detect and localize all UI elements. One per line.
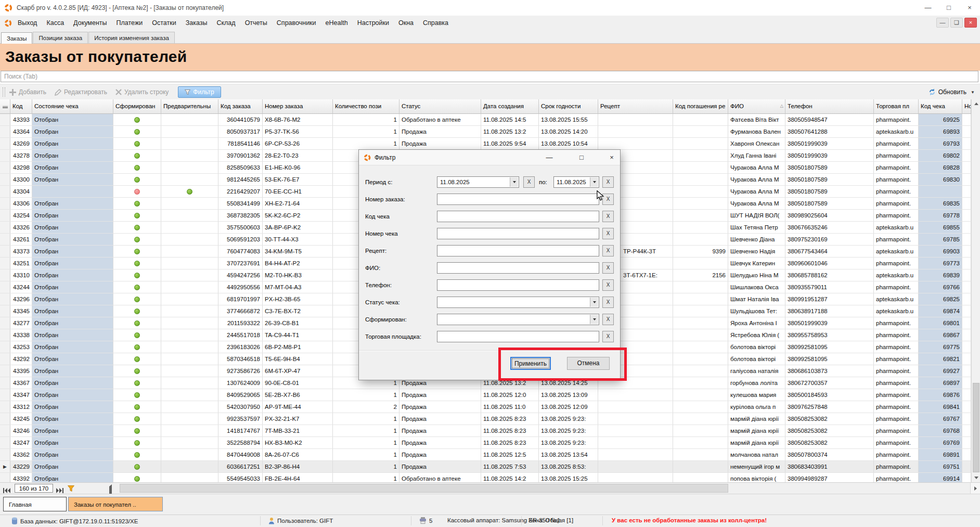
filter-field-input-5[interactable]: [437, 262, 599, 274]
window-maximize-button[interactable]: □: [938, 0, 959, 16]
menu-item-7[interactable]: Склад: [212, 16, 240, 30]
column-header-2[interactable]: Состояние чека: [32, 99, 113, 114]
filter-dialog: Фильтр — □ × Период с: 11.08.2025 X по: …: [358, 149, 621, 380]
bottom-tab-orders[interactable]: Заказы от покупател ..: [68, 497, 163, 511]
table-row[interactable]: 43393Отобран3604410579X8-6B-76-M21Обрабо…: [0, 114, 971, 126]
column-header-8[interactable]: Статус: [399, 99, 481, 114]
delete-row-button[interactable]: Удалить строку: [115, 88, 169, 96]
column-header-11[interactable]: Рецепт: [598, 99, 673, 114]
refresh-button[interactable]: Обновить: [929, 88, 966, 96]
toolbar-drag-handle[interactable]: [3, 87, 5, 97]
row-selector-header[interactable]: [0, 99, 10, 114]
filter-field-clear-button-9[interactable]: X: [602, 331, 614, 342]
filter-field-input-3[interactable]: [437, 228, 599, 239]
tab-1[interactable]: Заказы: [1, 32, 32, 44]
table-row[interactable]: 43245Отобран9923537597PX-32-21-K71Продаж…: [0, 413, 971, 425]
period-to-clear-button[interactable]: X: [602, 176, 614, 188]
menu-item-5[interactable]: Остатки: [147, 16, 180, 30]
menu-item-6[interactable]: Заказы: [181, 16, 212, 30]
menu-item-1[interactable]: Выход: [13, 16, 42, 30]
filter-field-select-8[interactable]: [437, 314, 599, 325]
menu-item-2[interactable]: Касса: [42, 16, 69, 30]
filter-field-clear-button-4[interactable]: X: [602, 245, 614, 256]
mdi-restore-button[interactable]: ❏: [950, 18, 963, 28]
dropdown-arrow-icon[interactable]: [590, 315, 598, 324]
period-from-field[interactable]: 11.08.2025: [437, 176, 519, 188]
tab-2[interactable]: Позиции заказа: [33, 32, 88, 43]
table-row[interactable]: 43392Отобран5549545033FB-2E-4H-641Обрабо…: [0, 473, 971, 482]
filter-button[interactable]: Фильтр: [178, 86, 221, 98]
scroll-right-arrow[interactable]: [970, 483, 980, 494]
menu-item-4[interactable]: Платежи: [112, 16, 148, 30]
period-to-field[interactable]: 11.08.2025: [553, 176, 599, 188]
filter-field-clear-button-6[interactable]: X: [602, 279, 614, 291]
menu-item-11[interactable]: Настройки: [353, 16, 394, 30]
filter-field-input-1[interactable]: [437, 194, 599, 205]
refresh-dropdown-caret[interactable]: ▼: [971, 90, 975, 95]
filter-field-select-7[interactable]: [437, 297, 599, 308]
menu-item-8[interactable]: Отчеты: [240, 16, 272, 30]
menu-item-9[interactable]: Справочники: [272, 16, 321, 30]
column-header-14[interactable]: Телефон: [785, 99, 874, 114]
period-to-dropdown-icon[interactable]: [590, 177, 598, 187]
column-header-10[interactable]: Срок годности: [539, 99, 598, 114]
period-from-dropdown-icon[interactable]: [510, 177, 518, 187]
column-header-1[interactable]: Код: [10, 99, 32, 114]
column-header-3[interactable]: Сформирован: [113, 99, 161, 114]
table-row[interactable]: 43246Отобран14181747677T-MB-33-211Продаж…: [0, 425, 971, 437]
menu-item-12[interactable]: Окна: [394, 16, 418, 30]
filter-field-clear-button-5[interactable]: X: [602, 262, 614, 274]
edit-button[interactable]: Редактировать: [55, 88, 107, 96]
grid-filter-icon[interactable]: [68, 485, 74, 494]
table-row[interactable]: 43362Отобран84704490088A-26-07-C61Продаж…: [0, 449, 971, 461]
table-row[interactable]: 43247Отобран3522588794HX-B3-M0-K21Продаж…: [0, 437, 971, 449]
menu-item-13[interactable]: Справка: [418, 16, 453, 30]
menu-item-3[interactable]: Документы: [69, 16, 111, 30]
column-header-5[interactable]: Код заказа: [218, 99, 263, 114]
dialog-minimize-button[interactable]: —: [541, 150, 558, 165]
column-header-12[interactable]: Код погашения ре: [673, 99, 728, 114]
user-status: Пользователь: GIFT: [268, 517, 333, 524]
filter-field-clear-button-3[interactable]: X: [602, 228, 614, 239]
period-from-clear-button[interactable]: X: [523, 176, 535, 188]
vertical-scrollbar[interactable]: [971, 99, 980, 482]
filter-field-clear-button-7[interactable]: X: [602, 297, 614, 308]
filter-field-clear-button-2[interactable]: X: [602, 211, 614, 222]
table-row[interactable]: 43364Отобран8050937317P5-37-TK-561Продаж…: [0, 126, 971, 138]
column-header-13[interactable]: ФИО△: [728, 99, 785, 114]
window-minimize-button[interactable]: —: [918, 0, 938, 16]
mdi-close-button[interactable]: ×: [964, 18, 977, 28]
filter-field-clear-button-8[interactable]: X: [602, 314, 614, 325]
filter-field-input-9[interactable]: [437, 331, 599, 342]
column-header-7[interactable]: Количество пози: [333, 99, 399, 114]
column-header-16[interactable]: Код чека: [919, 99, 962, 114]
horizontal-scroll-thumb[interactable]: [120, 484, 728, 493]
dialog-maximize-button[interactable]: □: [573, 150, 590, 165]
menu-item-10[interactable]: eHealth: [321, 16, 353, 30]
green-status-dot: [134, 153, 140, 159]
table-row[interactable]: 43347Отобран84095290655E-2B-X7-B61Продаж…: [0, 389, 971, 401]
bottom-tab-main[interactable]: Главная: [3, 497, 67, 511]
tab-3[interactable]: История изменения заказа: [88, 32, 175, 43]
column-header-6[interactable]: Номер заказа: [263, 99, 333, 114]
filter-dialog-titlebar[interactable]: Фильтр — □ ×: [359, 150, 620, 165]
dialog-close-button[interactable]: ×: [603, 150, 620, 165]
table-row[interactable]: 43312Отобран5420307950AP-9T-ME-442Продаж…: [0, 401, 971, 413]
table-row[interactable]: 43269Отобран78185411466P-CP-53-261Продаж…: [0, 138, 971, 150]
window-close-button[interactable]: ×: [959, 0, 980, 16]
scroll-up-arrow[interactable]: [972, 99, 980, 108]
column-header-4[interactable]: Предварительны: [161, 99, 218, 114]
mdi-minimize-button[interactable]: —: [936, 18, 949, 28]
column-header-15[interactable]: Торговая пл: [874, 99, 919, 114]
vertical-scroll-thumb[interactable]: [973, 383, 979, 472]
filter-field-input-2[interactable]: [437, 211, 599, 222]
add-button[interactable]: Добавить: [9, 88, 46, 96]
column-header-9[interactable]: Дата создания: [481, 99, 539, 114]
column-header-17[interactable]: Но: [962, 99, 971, 114]
filter-field-input-6[interactable]: [437, 279, 599, 291]
filter-field-input-4[interactable]: [437, 245, 599, 256]
table-row[interactable]: ▶43229Отобран6036617251B2-3P-86-H41Прода…: [0, 461, 971, 473]
scroll-down-arrow[interactable]: [972, 473, 980, 482]
search-input[interactable]: [1, 71, 978, 82]
dropdown-arrow-icon[interactable]: [590, 298, 598, 307]
